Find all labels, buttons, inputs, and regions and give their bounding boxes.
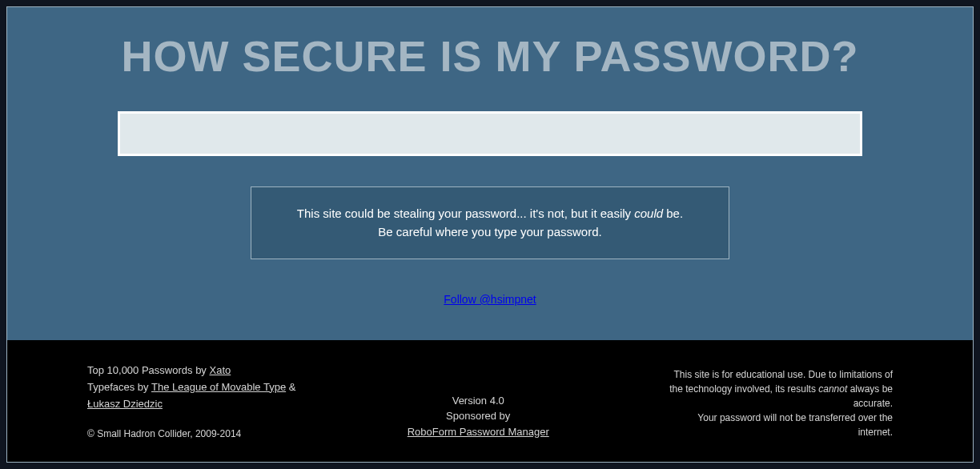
disclaimer-line-2: Your password will not be transferred ov… — [661, 411, 893, 439]
typefaces-credit: Typefaces by The League of Movable Type … — [87, 379, 295, 396]
password-input[interactable] — [120, 114, 860, 154]
league-link[interactable]: The League of Movable Type — [151, 381, 286, 393]
copyright: © Small Hadron Collider, 2009-2014 — [87, 427, 295, 442]
page-border: HOW SECURE IS MY PASSWORD? This site cou… — [6, 6, 974, 463]
warning-box: This site could be stealing your passwor… — [251, 186, 729, 259]
main-area: HOW SECURE IS MY PASSWORD? This site cou… — [7, 7, 973, 340]
footer-center: Version 4.0 Sponsored by RoboForm Passwo… — [408, 393, 549, 448]
lukasz-link[interactable]: Łukasz Dziedzic — [87, 398, 163, 410]
password-input-wrapper — [118, 111, 862, 156]
sponsored-label: Sponsored by — [408, 408, 549, 424]
footer-right: This site is for educational use. Due to… — [661, 367, 893, 447]
passwords-credit: Top 10,000 Passwords by Xato — [87, 363, 295, 379]
version: Version 4.0 — [408, 393, 549, 409]
sponsor-link[interactable]: RoboForm Password Manager — [408, 426, 549, 438]
footer: Top 10,000 Passwords by Xato Typefaces b… — [7, 340, 973, 462]
page-title: HOW SECURE IS MY PASSWORD? — [121, 31, 858, 81]
xato-link[interactable]: Xato — [209, 364, 231, 376]
disclaimer-line-1: This site is for educational use. Due to… — [661, 367, 893, 411]
warning-line-2: Be careful where you type your password. — [271, 223, 709, 242]
footer-left: Top 10,000 Passwords by Xato Typefaces b… — [87, 363, 295, 447]
warning-line-1: This site could be stealing your passwor… — [271, 205, 709, 223]
follow-twitter-link[interactable]: Follow @hsimpnet — [444, 293, 536, 306]
